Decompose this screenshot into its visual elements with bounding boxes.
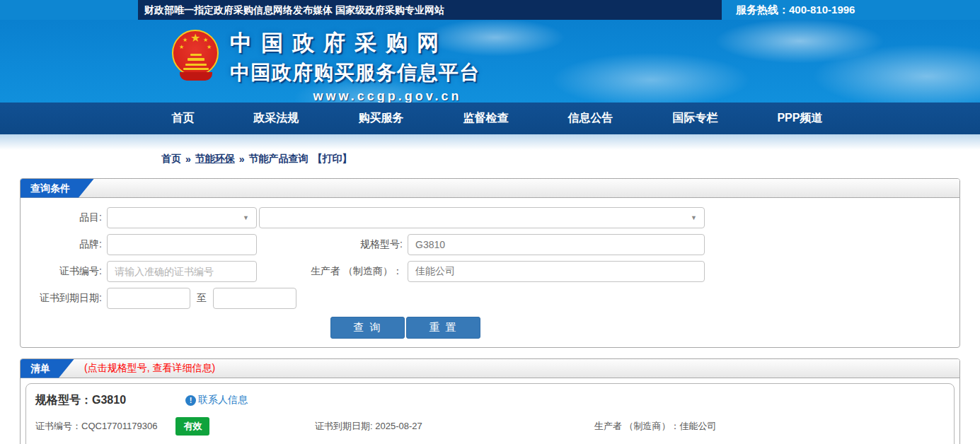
list-panel-title-tab: 清单 — [21, 359, 74, 378]
certificate-number-input[interactable] — [107, 261, 257, 282]
query-form: 品目: ▼ ▼ 品牌: 规格型号: 证书编号: 生产者 （制造商）： 证书到期日… — [21, 198, 959, 347]
nav-item-announcements[interactable]: 信息公告 — [567, 111, 613, 126]
main-nav: 首页 政采法规 购买服务 监督检查 信息公告 国际专栏 PPP频道 — [0, 103, 980, 134]
query-conditions-panel: 查询条件 品目: ▼ ▼ 品牌: 规格型号: 证书编号: 生产者 （制造商）： … — [20, 178, 960, 348]
print-link[interactable]: 【打印】 — [313, 153, 352, 165]
breadcrumb: 首页 » 节能环保 » 节能产品查询 【打印】 — [0, 150, 980, 168]
model-label: 规格型号: — [257, 238, 403, 251]
breadcrumb-home[interactable]: 首页 — [161, 153, 181, 165]
reset-button[interactable]: 重 置 — [406, 317, 480, 339]
result-detail-row-1: 证书编号：CQC17701179306 有效 证书到期日期: 2025-08-2… — [26, 417, 954, 436]
result-model-title[interactable]: 规格型号：G3810 — [35, 393, 126, 408]
service-hotline: 服务热线：400-810-1996 — [736, 0, 855, 20]
breadcrumb-section[interactable]: 节能环保 — [195, 153, 235, 165]
form-row-brand-model: 品牌: 规格型号: — [21, 231, 959, 258]
contact-info-link[interactable]: ! 联系人信息 — [185, 394, 248, 407]
expiry-date-end-input[interactable] — [213, 288, 296, 309]
site-header: ★ ★ ★ ★ ★ 中国政府采购网 中国政府购买服务信息平台 www.ccgp.… — [0, 20, 980, 103]
nav-fade-strip — [0, 134, 980, 150]
site-url: www.ccgp.gov.cn — [230, 89, 545, 103]
brand-input[interactable] — [107, 234, 257, 255]
site-logo[interactable]: ★ ★ ★ ★ ★ 中国政府采购网 中国政府购买服务信息平台 www.ccgp.… — [172, 28, 545, 103]
result-cert-number: 证书编号：CQC17701179306 — [35, 420, 157, 433]
expiry-date-start-input[interactable] — [107, 288, 190, 309]
breadcrumb-current-page: 节能产品查询 — [249, 153, 309, 165]
category-label: 品目: — [21, 211, 102, 224]
result-expiry-date: 证书到期日期: 2025-08-27 — [315, 420, 594, 433]
date-range-to-label: 至 — [197, 292, 207, 305]
results-list: 规格型号：G3810 ! 联系人信息 证书编号：CQC17701179306 有… — [21, 378, 959, 444]
site-title: 中国政府采购网 — [230, 28, 545, 58]
contact-info-label: 联系人信息 — [198, 394, 248, 407]
brand-label: 品牌: — [21, 238, 102, 251]
nav-item-home[interactable]: 首页 — [172, 111, 195, 126]
breadcrumb-separator: » — [185, 153, 191, 165]
result-manufacturer: 生产者 （制造商）：佳能公司 — [594, 420, 954, 433]
search-button[interactable]: 查 询 — [330, 317, 405, 339]
nav-item-regulations[interactable]: 政采法规 — [253, 111, 299, 126]
query-panel-title-tab: 查询条件 — [21, 179, 94, 198]
expiry-date-label: 证书到期日期: — [21, 292, 102, 305]
certificate-number-label: 证书编号: — [21, 265, 102, 278]
site-subtitle: 中国政府购买服务信息平台 — [230, 59, 545, 86]
result-card: 规格型号：G3810 ! 联系人信息 证书编号：CQC17701179306 有… — [25, 383, 955, 444]
result-card-title-row: 规格型号：G3810 ! 联系人信息 — [26, 390, 954, 411]
form-row-category: 品目: ▼ ▼ — [21, 204, 959, 231]
nav-item-supervision[interactable]: 监督检查 — [463, 111, 508, 126]
national-emblem-icon: ★ ★ ★ ★ ★ — [172, 28, 220, 93]
model-input[interactable] — [408, 234, 705, 255]
chevron-down-icon: ▼ — [243, 214, 249, 221]
results-list-panel: 清单 (点击规格型号, 查看详细信息) 规格型号：G3810 ! 联系人信息 证… — [20, 358, 960, 444]
top-utility-bar: 财政部唯一指定政府采购信息网络发布媒体 国家级政府采购专业网站 服务热线：400… — [0, 0, 980, 20]
site-slogan: 财政部唯一指定政府采购信息网络发布媒体 国家级政府采购专业网站 — [144, 0, 444, 20]
form-actions: 查 询 重 置 — [21, 317, 959, 339]
query-panel-header: 查询条件 — [21, 179, 959, 198]
breadcrumb-separator: » — [239, 153, 245, 165]
exclamation-circle-icon: ! — [185, 395, 196, 406]
status-badge: 有效 — [175, 417, 209, 436]
category-select[interactable]: ▼ — [107, 207, 257, 228]
nav-item-purchase-services[interactable]: 购买服务 — [358, 111, 403, 126]
form-row-expiry-date: 证书到期日期: 至 — [21, 285, 959, 312]
nav-item-international[interactable]: 国际专栏 — [672, 111, 717, 126]
chevron-down-icon: ▼ — [691, 214, 697, 221]
nav-item-ppp-channel[interactable]: PPP频道 — [777, 111, 822, 126]
manufacturer-input[interactable] — [408, 261, 705, 282]
form-row-cert-manufacturer: 证书编号: 生产者 （制造商）： — [21, 258, 959, 285]
list-panel-hint: (点击规格型号, 查看详细信息) — [84, 362, 215, 375]
emblem-star-icon: ★ — [190, 33, 200, 44]
subcategory-select[interactable]: ▼ — [259, 207, 705, 228]
manufacturer-label: 生产者 （制造商）： — [257, 265, 403, 278]
list-panel-header: 清单 (点击规格型号, 查看详细信息) — [21, 359, 959, 378]
